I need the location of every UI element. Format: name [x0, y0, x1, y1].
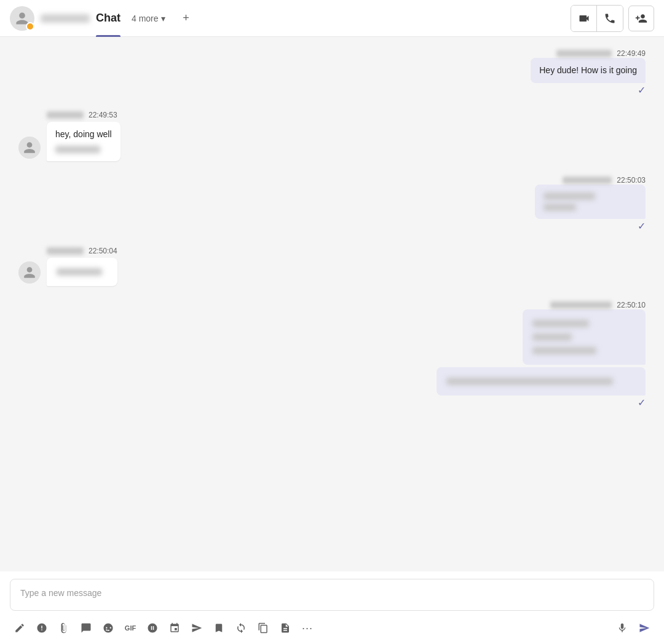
note-icon — [280, 622, 291, 634]
header-actions — [571, 5, 654, 32]
msg-content: 22:49:53 hey, doing well — [47, 111, 121, 161]
msg-time: 22:49:53 — [89, 111, 117, 119]
send-icon — [191, 622, 202, 634]
mic-icon — [617, 622, 628, 634]
format-icon — [14, 622, 25, 634]
video-call-button[interactable] — [571, 6, 597, 31]
read-receipt-icon: ✓ — [638, 84, 646, 96]
msg-avatar — [18, 137, 41, 159]
msg-footer: ✓ — [638, 219, 646, 232]
sender-name-blur — [556, 50, 612, 57]
sender-name-blur — [563, 177, 612, 184]
incoming-message-row: 22:49:53 hey, doing well — [18, 111, 646, 161]
loop-button[interactable] — [231, 618, 251, 638]
audio-message-button[interactable] — [612, 618, 632, 638]
copy-button[interactable] — [253, 618, 273, 638]
sender-name-blur — [550, 301, 612, 309]
blurred-text — [55, 146, 100, 153]
gif-button[interactable]: GIF — [121, 618, 140, 638]
send-message-button[interactable] — [634, 618, 654, 638]
toolbar: GIF ··· — [10, 617, 654, 639]
more-tools-button[interactable]: ··· — [298, 618, 317, 638]
msg-header: 22:49:49 — [556, 49, 646, 58]
msg-time: 22:49:49 — [617, 49, 646, 58]
blurred-text — [532, 347, 596, 354]
send-button[interactable] — [187, 618, 207, 638]
blurred-text — [57, 268, 102, 276]
emoji-icon — [103, 622, 114, 634]
blurred-text — [543, 204, 576, 211]
msg-header: 22:49:53 — [47, 111, 121, 119]
chat-tab[interactable]: Chat — [96, 12, 121, 25]
msg-header: 22:50:03 — [563, 176, 646, 185]
message-group: 22:49:49 Hey dude! How is it going ✓ — [18, 49, 646, 96]
sender-name-blur — [47, 247, 84, 255]
audio-call-button[interactable] — [597, 6, 623, 31]
blurred-text — [532, 320, 589, 327]
person-icon — [23, 141, 36, 154]
header-left: Chat 4 more ▾ + — [10, 6, 571, 31]
speech-icon — [81, 622, 92, 634]
chat-area: 22:49:49 Hey dude! How is it going ✓ 22:… — [0, 37, 664, 571]
blurred-text — [532, 333, 572, 341]
msg-content: 22:50:04 — [47, 247, 117, 286]
incoming-message-row: 22:50:04 — [18, 247, 646, 286]
msg-time: 22:50:03 — [617, 176, 646, 185]
exclamation-button[interactable] — [32, 618, 52, 638]
emoji-button[interactable] — [98, 618, 118, 638]
sender-name-blur — [47, 111, 84, 119]
call-buttons — [571, 5, 623, 32]
chevron-down-icon: ▾ — [161, 14, 165, 23]
schedule-icon — [169, 622, 180, 634]
attach-icon — [58, 622, 69, 634]
avatar-badge — [26, 22, 34, 31]
schedule-button[interactable] — [165, 618, 184, 638]
sticker-icon — [147, 622, 158, 634]
speech-button[interactable] — [76, 618, 96, 638]
person-icon — [23, 266, 36, 279]
more-tabs-button[interactable]: 4 more ▾ — [127, 10, 170, 27]
add-tab-button[interactable]: + — [176, 9, 196, 28]
bookmark-button[interactable] — [209, 618, 229, 638]
contact-name-blur — [41, 14, 90, 23]
sticker-button[interactable] — [143, 618, 162, 638]
input-area: Type a new message GIF — [0, 571, 664, 644]
message-bubble-extra — [437, 367, 646, 396]
header: Chat 4 more ▾ + — [0, 0, 664, 37]
copy-icon — [258, 622, 269, 634]
msg-footer: ✓ — [638, 83, 646, 96]
user-avatar[interactable] — [10, 6, 34, 31]
message-bubble — [535, 185, 646, 219]
message-bubble — [523, 309, 646, 365]
more-label: 4 more — [132, 14, 159, 23]
exclamation-icon — [36, 622, 47, 634]
phone-icon — [604, 12, 616, 25]
add-person-icon — [635, 12, 647, 25]
msg-time: 22:50:10 — [617, 301, 646, 309]
attach-button[interactable] — [54, 618, 74, 638]
input-placeholder: Type a new message — [20, 588, 101, 598]
read-receipt-icon: ✓ — [638, 397, 646, 408]
msg-header: 22:50:04 — [47, 247, 117, 255]
note-button[interactable] — [275, 618, 295, 638]
msg-footer: ✓ — [638, 396, 646, 408]
read-receipt-icon: ✓ — [638, 220, 646, 232]
paper-plane-icon — [639, 622, 650, 634]
blurred-text — [543, 193, 595, 200]
message-bubble: Hey dude! How is it going — [531, 58, 646, 83]
message-group: 22:50:10 ✓ — [18, 301, 646, 408]
msg-time: 22:50:04 — [89, 247, 117, 255]
loop-icon — [235, 622, 247, 634]
add-people-button[interactable] — [628, 6, 654, 31]
bookmark-icon — [213, 622, 224, 634]
video-icon — [578, 12, 590, 25]
toolbar-right — [612, 618, 654, 638]
message-input[interactable]: Type a new message — [10, 579, 654, 611]
format-button[interactable] — [10, 618, 30, 638]
msg-header: 22:50:10 — [550, 301, 646, 309]
message-bubble: hey, doing well — [47, 122, 121, 161]
message-group: 22:50:03 ✓ — [18, 176, 646, 232]
msg-avatar — [18, 261, 41, 284]
message-bubble — [47, 258, 117, 286]
blurred-text — [446, 378, 613, 385]
